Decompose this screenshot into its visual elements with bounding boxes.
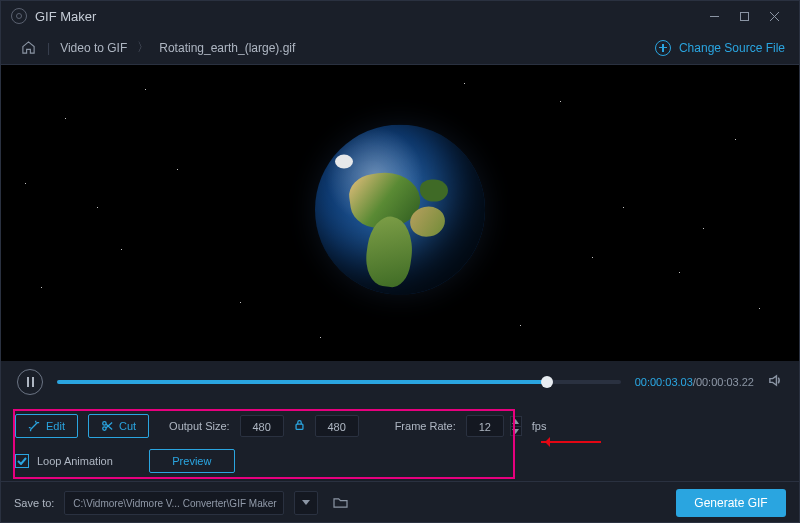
svg-rect-1	[740, 12, 748, 20]
stepper-up[interactable]	[510, 416, 522, 426]
frame-rate-input[interactable]: 12	[466, 415, 504, 437]
cut-label: Cut	[119, 420, 136, 432]
cut-button[interactable]: Cut	[88, 414, 149, 438]
settings-panel: Edit Cut Output Size: 480 480 Frame Rate…	[1, 403, 799, 483]
app-title: GIF Maker	[35, 9, 96, 24]
save-path-dropdown[interactable]	[294, 491, 318, 515]
generate-gif-button[interactable]: Generate GIF	[676, 489, 786, 517]
frame-rate-label: Frame Rate:	[395, 420, 456, 432]
preview-label: Preview	[172, 455, 211, 467]
plus-circle-icon	[655, 40, 671, 56]
frame-rate-stepper[interactable]	[510, 416, 522, 436]
breadcrumb-video-to-gif[interactable]: Video to GIF	[60, 41, 127, 55]
close-button[interactable]	[759, 2, 789, 30]
home-button[interactable]	[15, 35, 41, 61]
annotation-arrow	[541, 441, 601, 443]
wand-icon	[28, 420, 40, 432]
video-preview	[1, 65, 799, 361]
footer-bar: Save to: C:\Vidmore\Vidmore V... Convert…	[0, 481, 800, 523]
save-to-label: Save to:	[14, 497, 54, 509]
output-size-label: Output Size:	[169, 420, 230, 432]
scissors-icon	[101, 420, 113, 432]
time-display: 00:00:03.03/00:00:03.22	[635, 376, 754, 388]
seek-thumb[interactable]	[541, 376, 553, 388]
volume-button[interactable]	[768, 373, 783, 391]
pause-icon	[27, 377, 34, 387]
loop-animation-checkbox[interactable]	[15, 454, 29, 468]
playback-bar: 00:00:03.03/00:00:03.22	[1, 361, 799, 403]
play-pause-button[interactable]	[17, 369, 43, 395]
output-width-input[interactable]: 480	[240, 415, 284, 437]
app-logo-icon	[11, 8, 27, 24]
titlebar: GIF Maker	[1, 1, 799, 31]
fps-suffix: fps	[532, 420, 547, 432]
generate-label: Generate GIF	[694, 496, 767, 510]
check-icon	[17, 457, 27, 465]
breadcrumb-bar: | Video to GIF 〉 Rotating_earth_(large).…	[1, 31, 799, 65]
change-source-file-button[interactable]: Change Source File	[655, 40, 785, 56]
preview-button[interactable]: Preview	[149, 449, 235, 473]
open-folder-button[interactable]	[328, 491, 352, 515]
total-time: 00:00:03.22	[696, 376, 754, 388]
loop-animation-label: Loop Animation	[37, 455, 113, 467]
svg-rect-6	[296, 424, 303, 429]
stepper-down[interactable]	[510, 426, 522, 436]
edit-button[interactable]: Edit	[15, 414, 78, 438]
edit-label: Edit	[46, 420, 65, 432]
minimize-button[interactable]	[699, 2, 729, 30]
change-source-label: Change Source File	[679, 41, 785, 55]
seek-slider[interactable]	[57, 380, 621, 384]
svg-point-5	[103, 422, 106, 425]
svg-point-4	[103, 427, 106, 430]
breadcrumb-filename: Rotating_earth_(large).gif	[159, 41, 295, 55]
seek-progress	[57, 380, 547, 384]
chevron-right-icon: 〉	[137, 39, 149, 56]
current-time: 00:00:03.03	[635, 376, 693, 388]
output-height-input[interactable]: 480	[315, 415, 359, 437]
earth-graphic	[315, 125, 485, 295]
save-path-input[interactable]: C:\Vidmore\Vidmore V... Converter\GIF Ma…	[64, 491, 284, 515]
lock-aspect-button[interactable]	[294, 419, 305, 434]
maximize-button[interactable]	[729, 2, 759, 30]
